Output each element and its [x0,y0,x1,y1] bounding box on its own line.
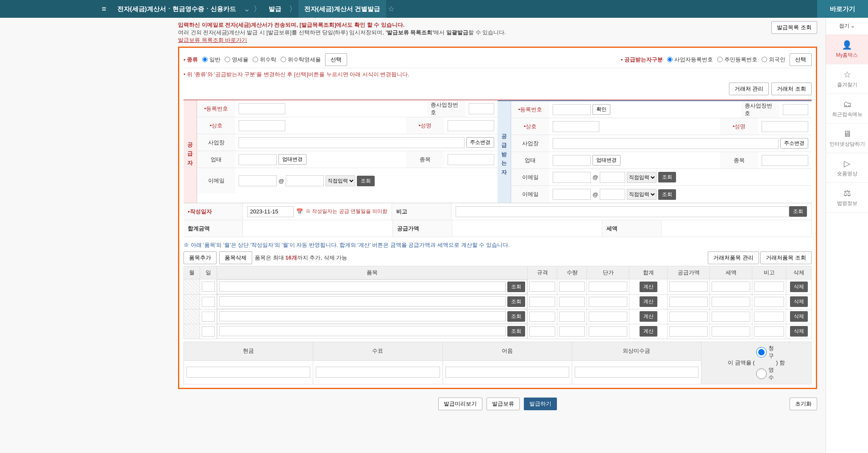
item-calc-button[interactable]: 계산 [640,326,657,337]
buyer-opt-foreigner[interactable]: 외국인 [762,56,785,64]
buyer-biztype-input[interactable] [553,155,591,166]
payment-opt-receive[interactable]: 영수 [756,366,774,381]
item-price-input[interactable] [589,312,627,322]
date-input[interactable] [247,206,294,217]
item-lookup-button[interactable]: 조회 [507,311,525,322]
supplier-company-input[interactable] [239,120,285,131]
item-spec-input[interactable] [529,312,555,322]
issue-button[interactable]: 발급하기 [524,398,557,410]
item-add-button[interactable]: 품목추가 [184,251,217,264]
buyer-addr-input[interactable] [553,138,779,149]
sidebar-item-favorites[interactable]: ☆즐겨찾기 [826,64,868,94]
reset-button[interactable]: 초기화 [790,398,817,410]
payment-check-input[interactable] [316,367,440,378]
buyer-email2-lookup[interactable]: 조회 [658,189,676,200]
buyer-email1-domain[interactable] [600,172,625,183]
hold-list-link[interactable]: 발급보류 목록조회 바로가기 [178,37,247,43]
sidebar-fold[interactable]: 접기 ⌄ [826,18,868,35]
type-select-button[interactable]: 선택 [325,53,347,66]
buyer-addr-button[interactable]: 주소변경 [780,138,808,149]
buyer-company-input[interactable] [553,121,599,132]
sidebar-item-recent[interactable]: 🗂최근접속메뉴 [826,94,868,124]
item-day-input[interactable] [202,312,215,322]
supplier-category-input[interactable] [448,154,494,165]
payment-cash-input[interactable] [186,367,310,378]
buyer-name-input[interactable] [762,121,808,132]
item-tax-input[interactable] [712,326,750,337]
type-opt-general[interactable]: 일반 [202,56,220,64]
item-lookup-button[interactable]: 조회 [507,282,525,292]
item-remark-input[interactable] [754,282,784,292]
item-tax-input[interactable] [712,282,750,292]
item-supply-input[interactable] [669,297,708,307]
supplier-subno-input[interactable] [469,103,494,114]
payment-opt-charge[interactable]: 청구 [756,345,774,360]
menu-icon[interactable]: ≡ [102,5,106,14]
item-qty-input[interactable] [559,282,585,292]
item-name-input[interactable] [219,311,506,321]
partner-lookup-button[interactable]: 거래처 조회 [771,83,812,95]
buyer-email1-local[interactable] [553,172,591,183]
item-remark-input[interactable] [754,297,784,307]
supplier-biztype-button[interactable]: 업태변경 [278,154,306,165]
item-delete-button[interactable]: 삭제 [790,326,808,337]
type-opt-consign-zero[interactable]: 위수탁영세율 [281,56,321,64]
item-name-input[interactable] [219,282,506,292]
buyer-biztype-button[interactable]: 업태변경 [593,155,620,166]
star-icon[interactable]: ☆ [386,4,396,14]
item-tax-input[interactable] [712,312,750,322]
item-calc-button[interactable]: 계산 [640,282,657,292]
buyer-email2-domain[interactable] [600,189,625,200]
payment-note-input[interactable] [445,367,569,378]
type-opt-consign[interactable]: 위수탁 [253,56,276,64]
supplier-email-lookup[interactable]: 조회 [357,176,375,186]
sidebar-item-video[interactable]: ▷숏폼영상 [826,153,868,183]
buyer-email2-select[interactable]: 직접입력 [627,189,657,200]
item-day-input[interactable] [202,282,215,292]
partner-item-manage-button[interactable]: 거래처품목 관리 [708,251,759,264]
buyer-regno-confirm[interactable]: 확인 [593,104,610,115]
item-supply-input[interactable] [669,282,708,292]
item-remark-input[interactable] [754,312,784,322]
supplier-email-select[interactable]: 직접입력 [326,175,355,186]
item-qty-input[interactable] [559,326,585,337]
item-price-input[interactable] [589,297,627,307]
supplier-addr-input[interactable] [239,137,465,148]
issue-list-button[interactable]: 발급목록 조회 [771,21,817,34]
breadcrumb-root[interactable]: 전자(세금)계산서ㆍ현금영수증ㆍ신용카드 [111,0,242,18]
buyer-select-button[interactable]: 선택 [790,53,812,66]
item-supply-input[interactable] [669,326,708,337]
breadcrumb-mid[interactable]: 발급 [263,0,287,18]
item-del-button[interactable]: 품목삭제 [219,251,252,264]
supplier-name-input[interactable] [448,120,494,131]
item-name-input[interactable] [219,326,506,336]
preview-button[interactable]: 발급미리보기 [438,398,482,410]
item-day-input[interactable] [202,326,215,337]
item-calc-button[interactable]: 계산 [640,296,657,307]
item-qty-input[interactable] [559,312,585,322]
item-calc-button[interactable]: 계산 [640,311,657,322]
remark-input[interactable] [456,206,789,217]
buyer-email1-select[interactable]: 직접입력 [627,172,657,183]
item-delete-button[interactable]: 삭제 [790,296,808,307]
item-name-input[interactable] [219,296,506,307]
partner-item-lookup-button[interactable]: 거래처품목 조회 [760,251,812,264]
calendar-icon[interactable]: 📅 [296,208,303,215]
item-delete-button[interactable]: 삭제 [790,311,808,322]
buyer-category-input[interactable] [762,155,808,166]
sidebar-item-myhometax[interactable]: 👤My홈택스 [826,35,868,64]
supplier-biztype-input[interactable] [239,154,277,165]
item-lookup-button[interactable]: 조회 [507,326,525,337]
sidebar-item-consult[interactable]: 🖥인터넷상담하기 [826,124,868,153]
item-spec-input[interactable] [529,297,555,307]
supplier-regno-input[interactable] [239,103,285,114]
item-day-input[interactable] [202,297,215,307]
item-tax-input[interactable] [712,297,750,307]
sidebar-item-law[interactable]: ⚖법령정보 [826,183,868,213]
buyer-opt-biz[interactable]: 사업자등록번호 [667,56,713,64]
item-price-input[interactable] [589,282,627,292]
buyer-opt-resident[interactable]: 주민등록번호 [717,56,757,64]
supplier-email-local[interactable] [239,175,277,186]
type-opt-zero[interactable]: 영세율 [225,56,248,64]
partner-manage-button[interactable]: 거래처 관리 [729,83,769,95]
